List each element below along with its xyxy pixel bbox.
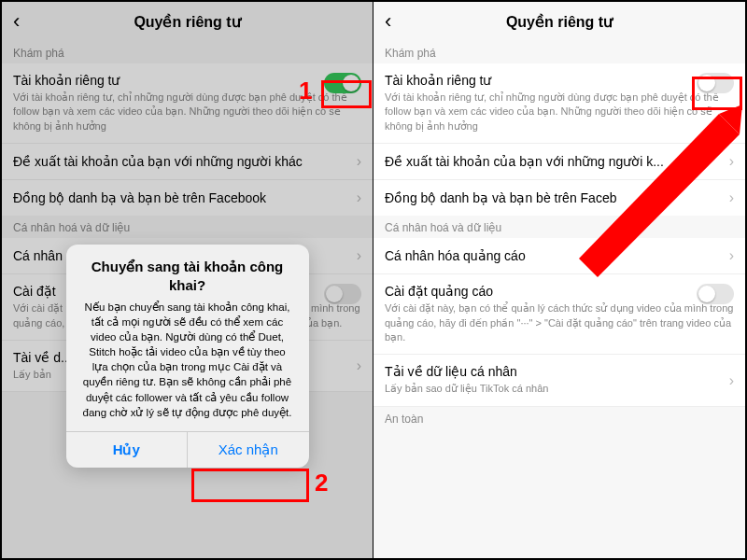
row-private-account: Tài khoản riêng tư Với tài khoản riêng t… bbox=[374, 63, 745, 143]
chevron-right-icon: › bbox=[357, 247, 361, 264]
private-account-desc: Với tài khoản riêng tư, chỉ những người … bbox=[385, 91, 734, 133]
chevron-right-icon: › bbox=[357, 357, 361, 374]
row-sync-contacts[interactable]: Đồng bộ danh bạ và bạn bè trên Facebook … bbox=[2, 180, 373, 216]
settings-screen-after: ‹ Quyền riêng tư Khám phá Tài khoản riên… bbox=[374, 2, 745, 558]
chevron-right-icon: › bbox=[357, 153, 361, 170]
ads-toggle[interactable] bbox=[324, 284, 361, 304]
row-private-account: Tài khoản riêng tư Với tài khoản riêng t… bbox=[2, 63, 373, 143]
section-discovery: Khám phá bbox=[2, 41, 373, 63]
chevron-right-icon: › bbox=[729, 247, 734, 264]
step-2: 2 bbox=[315, 469, 328, 497]
section-personal: Cá nhân hoá và dữ liệu bbox=[2, 216, 373, 238]
highlight-toggle-off bbox=[692, 77, 742, 110]
confirm-dialog: Chuyển sang tài khoản công khai? Nếu bạn… bbox=[66, 245, 309, 468]
row-sync-contacts[interactable]: Đồng bộ danh bạ và bạn bè trên Faceb › bbox=[374, 180, 745, 216]
row-download-data[interactable]: Tải về dữ liệu cá nhân Lấy bản sao dữ li… bbox=[374, 354, 745, 406]
confirm-button[interactable]: Xác nhận bbox=[188, 432, 309, 468]
row-suggest-account[interactable]: Đề xuất tài khoản của bạn với những ngườ… bbox=[2, 143, 373, 180]
section-discovery: Khám phá bbox=[374, 41, 745, 63]
settings-screen-before: ‹ Quyền riêng tư Khám phá Tài khoản riên… bbox=[2, 2, 374, 558]
highlight-toggle bbox=[321, 80, 372, 108]
row-suggest-account[interactable]: Đề xuất tài khoản của bạn với những ngườ… bbox=[374, 143, 745, 180]
page-title: Quyền riêng tư bbox=[134, 13, 240, 31]
section-safety: An toàn bbox=[374, 407, 745, 429]
private-account-label: Tài khoản riêng tư bbox=[385, 73, 734, 88]
header: ‹ Quyền riêng tư bbox=[374, 2, 745, 41]
back-icon[interactable]: ‹ bbox=[13, 9, 20, 34]
step-1: 1 bbox=[299, 77, 312, 105]
dialog-message: Nếu bạn chuyển sang tài khoản công khai,… bbox=[81, 300, 294, 420]
highlight-confirm bbox=[191, 469, 309, 502]
chevron-right-icon: › bbox=[729, 372, 734, 389]
page-title: Quyền riêng tư bbox=[506, 13, 613, 31]
dialog-title: Chuyển sang tài khoản công khai? bbox=[81, 258, 294, 294]
row-ads-settings: Cài đặt quảng cáo Với cài đặt này, bạn c… bbox=[374, 274, 745, 354]
chevron-right-icon: › bbox=[729, 153, 734, 170]
back-icon[interactable]: ‹ bbox=[385, 9, 391, 34]
header: ‹ Quyền riêng tư bbox=[2, 2, 373, 41]
section-personal: Cá nhân hoá và dữ liệu bbox=[374, 216, 745, 238]
ads-toggle[interactable] bbox=[697, 284, 734, 304]
chevron-right-icon: › bbox=[729, 189, 734, 206]
cancel-button[interactable]: Hủy bbox=[66, 432, 189, 468]
chevron-right-icon: › bbox=[357, 189, 361, 206]
row-personalize-ads[interactable]: Cá nhân hóa quảng cáo › bbox=[374, 238, 745, 274]
